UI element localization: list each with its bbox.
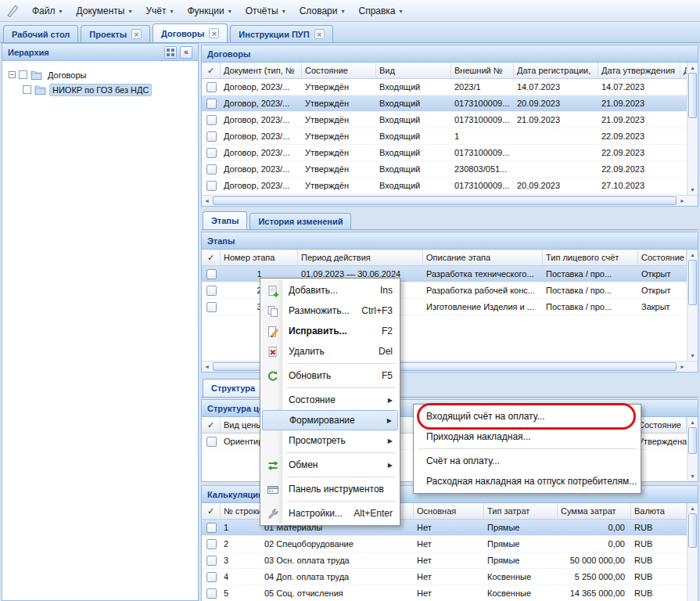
collapse-panel-icon[interactable]: « bbox=[180, 46, 192, 59]
scrollbar-thumb[interactable] bbox=[688, 427, 697, 454]
close-icon[interactable]: × bbox=[314, 29, 325, 39]
table-row[interactable]: Договор, 2023/... Утверждён Входящий 230… bbox=[202, 161, 687, 178]
menu-item-add[interactable]: Добавить... Ins bbox=[262, 280, 398, 300]
column-header[interactable]: Валюта bbox=[631, 503, 687, 519]
row-checkbox[interactable] bbox=[206, 131, 217, 142]
table-row[interactable]: 4 04 Доп. оплата труда Нет Косвенные 5 2… bbox=[202, 569, 687, 585]
scroll-up-icon[interactable]: ▲ bbox=[687, 250, 698, 260]
scrollbar-thumb[interactable] bbox=[213, 196, 677, 205]
table-row[interactable]: Договор, 2023/... Утверждён Входящий 017… bbox=[202, 145, 687, 161]
column-header[interactable]: Основная bbox=[414, 503, 484, 519]
menu-accounting[interactable]: Учёт▾ bbox=[138, 2, 180, 20]
menu-reports[interactable]: Отчёты▾ bbox=[239, 2, 293, 20]
table-row[interactable]: Договор, 2023/... Утверждён Входящий 202… bbox=[202, 79, 687, 95]
grid-view-icon[interactable] bbox=[164, 46, 177, 59]
row-checkbox[interactable] bbox=[206, 572, 217, 582]
menu-file[interactable]: Файл▾ bbox=[25, 2, 70, 20]
tab-instructions[interactable]: Инструкции ПУП× bbox=[230, 25, 332, 42]
menu-help[interactable]: Справка▾ bbox=[351, 2, 409, 20]
column-header[interactable]: Документ (тип, № bbox=[221, 63, 302, 78]
scroll-down-icon[interactable]: ▼ bbox=[687, 471, 698, 481]
column-header[interactable]: Номер этапа bbox=[221, 250, 298, 265]
tab-structure[interactable]: Структура bbox=[203, 379, 264, 397]
submenu-item-dispatch-note[interactable]: Расходная накладная на отпуск потребител… bbox=[415, 471, 639, 491]
submenu-item-invoice[interactable]: Счёт на оплату... bbox=[415, 451, 639, 471]
vertical-scrollbar[interactable]: ▲ ▼ bbox=[687, 63, 698, 195]
column-header[interactable]: Дата регистрации, bbox=[514, 63, 598, 78]
scrollbar-thumb[interactable] bbox=[688, 73, 697, 118]
row-checkbox[interactable] bbox=[206, 286, 217, 296]
row-checkbox[interactable] bbox=[206, 164, 217, 175]
tree-checkbox[interactable] bbox=[23, 85, 31, 94]
scrollbar-thumb[interactable] bbox=[688, 260, 697, 305]
row-checkbox[interactable] bbox=[206, 302, 217, 312]
tree-node-contracts[interactable]: − Договоры bbox=[5, 67, 195, 82]
menu-item-view[interactable]: Просмотреть ▶ bbox=[262, 430, 398, 451]
vertical-scrollbar[interactable]: ▲ ▼ bbox=[687, 250, 698, 361]
horizontal-scrollbar[interactable]: ◄ ► bbox=[202, 195, 698, 206]
scroll-up-icon[interactable]: ▲ bbox=[687, 503, 698, 513]
menu-item-duplicate[interactable]: Размножить... Ctrl+F3 bbox=[262, 300, 398, 321]
column-header[interactable]: Сумма затрат bbox=[558, 503, 631, 519]
row-checkbox[interactable] bbox=[206, 437, 217, 447]
tab-projects[interactable]: Проекты× bbox=[81, 25, 150, 42]
table-row[interactable]: Договор, 2023/... Утверждён Входящий 017… bbox=[202, 95, 687, 112]
menu-item-settings[interactable]: Настройки... Alt+Enter bbox=[262, 503, 398, 524]
row-checkbox[interactable] bbox=[206, 556, 217, 566]
submenu-item-incoming-invoice[interactable]: Входящий счёт на оплату... bbox=[415, 406, 639, 426]
menu-item-exchange[interactable]: Обмен ▶ bbox=[262, 455, 398, 475]
menu-functions[interactable]: Функции▾ bbox=[180, 2, 238, 20]
menu-documents[interactable]: Документы▾ bbox=[70, 2, 139, 20]
row-checkbox[interactable] bbox=[206, 99, 217, 109]
column-header-check[interactable]: ✓ bbox=[202, 503, 221, 519]
menu-dictionaries[interactable]: Словари▾ bbox=[293, 2, 352, 20]
column-header[interactable]: Состояние bbox=[635, 417, 687, 433]
tree-node-niokr[interactable]: НИОКР по ГОЗ без НДС bbox=[20, 82, 195, 97]
column-header[interactable]: Состояние bbox=[638, 250, 687, 265]
scroll-right-icon[interactable]: ► bbox=[677, 362, 687, 372]
column-header-check[interactable]: ✓ bbox=[202, 417, 221, 433]
scroll-left-icon[interactable]: ◄ bbox=[202, 196, 212, 206]
tree-checkbox[interactable] bbox=[19, 70, 27, 79]
row-checkbox[interactable] bbox=[206, 588, 217, 599]
row-checkbox[interactable] bbox=[206, 181, 217, 191]
table-row[interactable]: Договор, 2023/... Утверждён Входящий 017… bbox=[202, 112, 687, 128]
tab-desktop[interactable]: Рабочий стол bbox=[3, 25, 78, 42]
menu-item-formation[interactable]: Формирование ▶ bbox=[262, 410, 398, 430]
row-checkbox[interactable] bbox=[206, 539, 217, 549]
table-row[interactable]: 2 02 Спецоборудование Нет Прямые 0,00 RU… bbox=[202, 536, 687, 552]
column-header-check[interactable]: ✓ bbox=[202, 250, 221, 265]
column-header[interactable]: Тип лицевого счёт bbox=[543, 250, 638, 265]
close-icon[interactable]: × bbox=[131, 29, 142, 39]
column-header[interactable]: № строки bbox=[221, 503, 261, 519]
scroll-down-icon[interactable]: ▼ bbox=[687, 351, 698, 361]
menu-item-state[interactable]: Состояние ▶ bbox=[262, 390, 398, 410]
row-checkbox[interactable] bbox=[206, 523, 217, 533]
scroll-left-icon[interactable]: ◄ bbox=[202, 362, 212, 372]
column-header[interactable]: Период действия bbox=[298, 250, 423, 265]
column-header[interactable]: Описание этапа bbox=[423, 250, 543, 265]
tab-stages[interactable]: Этапы bbox=[203, 211, 247, 229]
scroll-up-icon[interactable]: ▲ bbox=[687, 63, 698, 73]
column-header[interactable]: Дата bbox=[680, 63, 687, 78]
table-row[interactable]: 3 03 Осн. оплата труда Нет Прямые 50 000… bbox=[202, 552, 687, 569]
submenu-item-receipt-note[interactable]: Приходная накладная... bbox=[415, 426, 639, 447]
scroll-right-icon[interactable]: ► bbox=[677, 196, 687, 206]
column-header-check[interactable]: ✓ bbox=[202, 63, 221, 78]
tab-change-history[interactable]: История изменений bbox=[249, 213, 351, 229]
menu-item-edit[interactable]: Исправить... F2 bbox=[262, 321, 398, 341]
row-checkbox[interactable] bbox=[206, 148, 217, 158]
table-row[interactable]: Договор, 2023/... Утверждён Входящий 017… bbox=[202, 178, 687, 194]
column-header[interactable]: Тип затрат bbox=[484, 503, 558, 519]
scroll-up-icon[interactable]: ▲ bbox=[687, 417, 698, 427]
table-row[interactable]: Договор, 2023/... Утверждён Входящий 1 2… bbox=[202, 128, 687, 145]
menu-item-delete[interactable]: Удалить Del bbox=[262, 341, 398, 362]
vertical-scrollbar[interactable]: ▲ ▼ bbox=[687, 417, 698, 481]
close-icon[interactable]: × bbox=[209, 28, 219, 38]
row-checkbox[interactable] bbox=[206, 115, 217, 125]
table-row[interactable]: 5 05 Соц. отчисления Нет Косвенные 14 36… bbox=[202, 585, 687, 601]
column-header[interactable]: Состояние bbox=[302, 63, 376, 78]
menu-item-toolbar[interactable]: Панель инструментов bbox=[262, 479, 398, 499]
tree-collapse-icon[interactable]: − bbox=[9, 71, 16, 78]
scroll-down-icon[interactable]: ▼ bbox=[687, 185, 698, 195]
